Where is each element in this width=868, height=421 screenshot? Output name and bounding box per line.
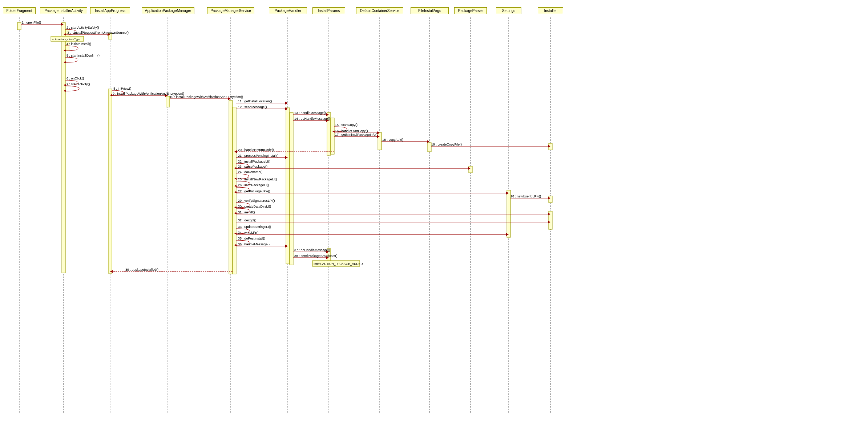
msg-16-label: 16 : handleStartCopy() [335, 129, 368, 133]
msg-27-label: 27 : getPackageLPw() [238, 189, 270, 193]
lifeline-installer-activity: PackageInstallerActivity [40, 7, 87, 14]
msg-13-label: 13 : handleMessage() [294, 111, 326, 115]
lifeline-file-install-args: FileInstallArgs [411, 7, 449, 14]
svg-rect-27 [469, 166, 472, 173]
svg-marker-33 [61, 23, 64, 26]
svg-marker-70 [234, 177, 237, 180]
msg-20-label: 20 : handleReturnCode() [238, 148, 274, 152]
msg-38-label: 38 : sendPackageBroadcast() [294, 254, 338, 258]
svg-marker-66 [285, 156, 288, 159]
svg-marker-41 [110, 94, 113, 96]
svg-rect-17 [166, 96, 170, 107]
svg-marker-37 [64, 49, 66, 52]
diagram-svg: Intent.ACTION_PACKAGE_ADDED action,data,… [0, 0, 868, 421]
lifeline-settings: Settings [496, 7, 521, 14]
lifeline-folder: FolderFragment [3, 7, 36, 14]
lifeline-install-params: InstallParams [312, 7, 345, 14]
msg-8-label: 8 : initView() [113, 87, 131, 90]
svg-marker-82 [548, 221, 550, 224]
svg-rect-18 [229, 101, 233, 274]
msg-10-label: 10 : installPackageWithVerificationAndEn… [170, 95, 243, 99]
msg-28-label: 28 : newUserIdLPw() [510, 195, 541, 198]
msg-25-label: 25 : installNewPackageLI() [238, 177, 277, 181]
svg-rect-30 [549, 196, 552, 203]
msg-29-label: 29 : verifySignaturesLPI() [238, 199, 275, 203]
msg-21-label: 21 : processPendingInstall() [238, 154, 279, 158]
svg-rect-29 [549, 143, 552, 150]
msg-14-label: 14 : doHandleMessage() [294, 117, 330, 120]
svg-marker-38 [64, 61, 66, 63]
svg-marker-77 [234, 206, 237, 208]
svg-marker-72 [234, 191, 237, 193]
msg-23-label: 23 : parsePackage() [238, 165, 267, 168]
svg-marker-67 [234, 167, 237, 169]
svg-marker-78 [234, 212, 237, 214]
msg-18-label: 18 : copyApk() [382, 138, 403, 142]
svg-rect-97 [51, 36, 84, 41]
svg-rect-13 [62, 23, 65, 273]
msg-1-label: 1 : openFile() [22, 21, 41, 24]
msg-5-label: 5 : startInstallConfirm() [66, 54, 100, 57]
svg-marker-76 [548, 197, 550, 200]
svg-rect-21 [290, 113, 293, 265]
sequence-diagram: FolderFragment PackageInstallerActivity … [0, 0, 868, 421]
lifeline-pkg-mgr-svc: PackageManagerService [207, 7, 254, 14]
svg-marker-49 [285, 107, 288, 110]
svg-rect-95 [312, 261, 360, 266]
msg-34-label: 34 : writeLPr() [238, 231, 259, 234]
svg-marker-83 [234, 232, 237, 234]
svg-rect-12 [17, 23, 21, 30]
msg-37-label: 37 : doHandleMessage() [294, 248, 330, 252]
msg-35-label: 35 : doPostInstall() [238, 237, 265, 240]
lifeline-app-pkg-mgr: ApplicationPackageManager [142, 7, 194, 14]
lifeline-default-container: DefaultContainerService [356, 7, 403, 14]
msg-11-label: 11 : getInstallLocation() [238, 99, 272, 103]
svg-marker-62 [548, 145, 550, 148]
svg-marker-85 [506, 233, 509, 236]
msg-2-label: 2 : startActivitySafely() [66, 26, 99, 29]
msg-3-label: 3 : isInstallRequestFromUnknownSource() [67, 31, 129, 34]
svg-marker-51 [326, 113, 329, 116]
msg-17-label: 17 : getMinimalPackageInfo() [335, 133, 378, 136]
svg-rect-31 [549, 211, 552, 229]
svg-rect-23 [331, 118, 334, 154]
lifeline-pkg-handler: PackageHandler [269, 7, 307, 14]
msg-7-label: 7 : startActivity() [66, 82, 90, 86]
svg-marker-39 [64, 84, 66, 86]
msg-39-label: 39 : packageInstalled() [125, 268, 158, 271]
msg-12-label: 12 : sendMessage() [238, 105, 267, 109]
svg-marker-64 [234, 150, 237, 153]
svg-rect-20 [286, 108, 290, 264]
svg-marker-74 [506, 192, 509, 195]
lifeline-install-progress: InstallAppProgress [90, 7, 130, 14]
msg-4-label: 4 : initiateInstall() [66, 42, 91, 46]
svg-marker-80 [548, 213, 550, 216]
svg-text:action,data,mimeType: action,data,mimeType [52, 38, 81, 41]
svg-marker-40 [64, 90, 66, 92]
svg-text:Intent.ACTION_PACKAGE_ADDED: Intent.ACTION_PACKAGE_ADDED [314, 262, 363, 266]
lifeline-pkg-parser: PackageParser [454, 7, 487, 14]
svg-marker-86 [234, 244, 237, 246]
msg-15-label: 15 : startCopy() [335, 123, 358, 127]
svg-rect-25 [378, 132, 381, 150]
svg-marker-94 [110, 270, 113, 273]
msg-31-label: 31 : install() [238, 210, 255, 214]
svg-marker-47 [285, 102, 288, 105]
svg-marker-71 [234, 185, 237, 187]
msg-24-label: 24 : doRename() [238, 170, 263, 174]
msg-33-label: 33 : updateSettingsLI() [238, 225, 271, 229]
svg-marker-88 [285, 245, 288, 248]
svg-rect-19 [233, 107, 236, 274]
svg-rect-28 [507, 190, 510, 237]
svg-marker-54 [332, 130, 335, 132]
svg-rect-26 [428, 143, 431, 152]
msg-30-label: 30 : createDataDirsLI() [238, 205, 271, 208]
svg-marker-34 [64, 33, 66, 35]
lifeline-installer: Installer [538, 7, 563, 14]
svg-rect-16 [108, 89, 112, 273]
msg-6-label: 6 : onClick() [66, 77, 84, 80]
svg-marker-60 [427, 140, 429, 143]
svg-marker-69 [468, 167, 471, 170]
msg-36-label: 36 : handleMessage() [238, 242, 270, 246]
msg-32-label: 32 : dexopt() [238, 218, 257, 222]
